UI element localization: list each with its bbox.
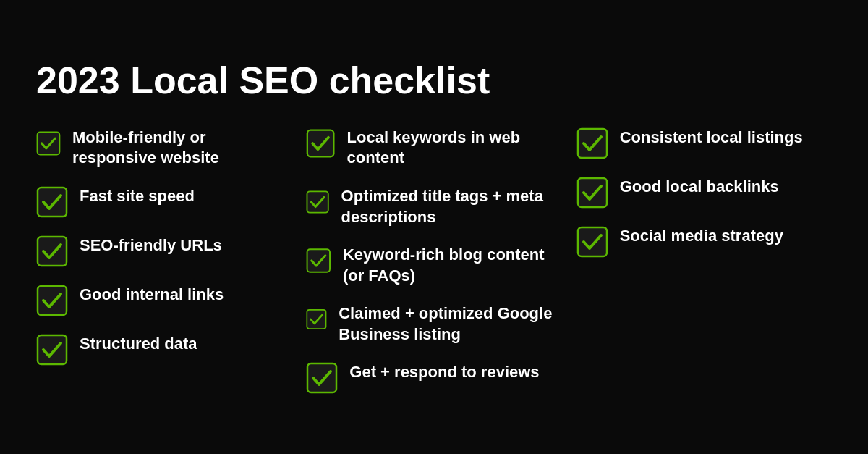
item-text-item-urls: SEO-friendly URLs bbox=[80, 235, 222, 256]
check-icon bbox=[576, 177, 608, 209]
checklist-item-item-listings: Consistent local listings bbox=[576, 127, 832, 159]
checklist-item-item-urls: SEO-friendly URLs bbox=[36, 235, 292, 267]
check-icon bbox=[306, 303, 327, 335]
checklist-grid: Mobile-friendly or responsive websiteFas… bbox=[36, 127, 832, 395]
item-text-item-mobile: Mobile-friendly or responsive website bbox=[72, 127, 292, 169]
check-icon bbox=[306, 245, 331, 277]
svg-rect-7 bbox=[307, 249, 330, 272]
check-icon bbox=[576, 226, 608, 258]
checklist-item-item-social: Social media strategy bbox=[576, 226, 832, 258]
item-text-item-title-tags: Optimized title tags + meta descriptions bbox=[341, 186, 562, 227]
check-icon bbox=[36, 235, 68, 267]
checklist-item-item-speed: Fast site speed bbox=[36, 186, 292, 218]
item-text-item-social: Social media strategy bbox=[620, 226, 783, 247]
check-icon bbox=[36, 127, 61, 159]
item-text-item-blog: Keyword-rich blog content (or FAQs) bbox=[343, 245, 562, 286]
item-text-item-listings: Consistent local listings bbox=[620, 127, 803, 148]
item-text-item-keywords: Local keywords in web content bbox=[347, 127, 562, 169]
item-text-item-structured: Structured data bbox=[80, 334, 197, 355]
svg-rect-0 bbox=[38, 132, 60, 154]
check-icon bbox=[36, 186, 68, 218]
col1: Mobile-friendly or responsive websiteFas… bbox=[36, 127, 292, 395]
checklist-item-item-keywords: Local keywords in web content bbox=[306, 127, 561, 169]
item-text-item-reviews: Get + respond to reviews bbox=[349, 362, 539, 383]
checklist-item-item-structured: Structured data bbox=[36, 334, 292, 366]
checklist-item-item-links: Good internal links bbox=[36, 285, 292, 316]
checklist-item-item-backlinks: Good local backlinks bbox=[576, 177, 832, 209]
item-text-item-google: Claimed + optimized Google Business list… bbox=[339, 303, 561, 345]
page-title: 2023 Local SEO checklist bbox=[36, 60, 832, 101]
check-icon bbox=[36, 285, 68, 316]
checklist-item-item-blog: Keyword-rich blog content (or FAQs) bbox=[306, 245, 561, 286]
checklist-item-item-title-tags: Optimized title tags + meta descriptions bbox=[306, 186, 561, 227]
item-text-item-speed: Fast site speed bbox=[80, 186, 195, 207]
checklist-item-item-reviews: Get + respond to reviews bbox=[306, 362, 561, 394]
checklist-item-item-google: Claimed + optimized Google Business list… bbox=[306, 303, 561, 345]
col2: Local keywords in web contentOptimized t… bbox=[306, 127, 561, 395]
item-text-item-links: Good internal links bbox=[80, 285, 224, 306]
check-icon bbox=[306, 362, 338, 394]
checklist-item-item-mobile: Mobile-friendly or responsive website bbox=[36, 127, 292, 169]
col3: Consistent local listingsGood local back… bbox=[576, 127, 832, 395]
check-icon bbox=[36, 334, 68, 366]
check-icon bbox=[306, 127, 335, 159]
item-text-item-backlinks: Good local backlinks bbox=[620, 177, 779, 198]
check-icon bbox=[576, 127, 608, 159]
check-icon bbox=[306, 186, 329, 218]
page-container: 2023 Local SEO checklist Mobile-friendly… bbox=[36, 60, 832, 395]
